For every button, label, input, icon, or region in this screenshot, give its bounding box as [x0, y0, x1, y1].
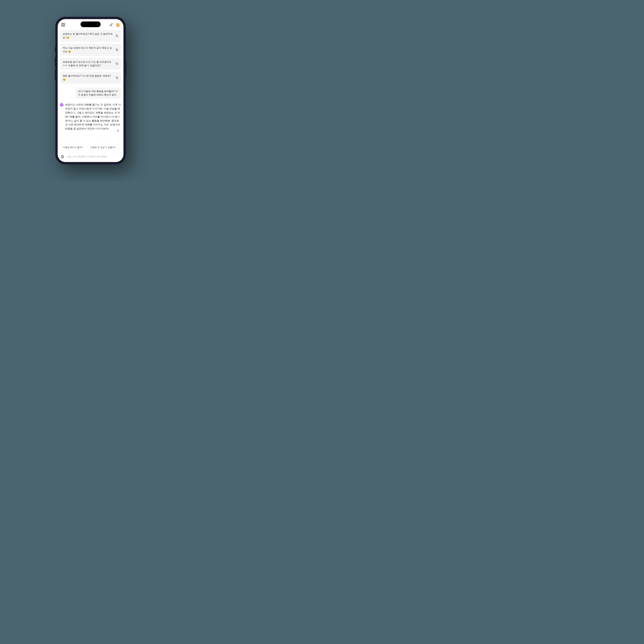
user-avatar[interactable]: 🧑‍🦲 [116, 23, 120, 27]
suggestion-text: 보영씨랑 같이 있으면 시간 가는 줄 모르겠어요 ㅎㅎ 다음에 또 언제 볼 … [63, 60, 114, 67]
attach-button[interactable] [60, 155, 64, 159]
app-screen: 🧑‍🦲 보영씨는 뭐 좋아하세요? 취미 같은 거 알려주세요! 😏 [58, 19, 123, 162]
copy-button[interactable] [115, 34, 118, 37]
copy-icon [115, 48, 118, 51]
arrow-down-icon [116, 129, 119, 132]
chat-scroll-area[interactable]: 보영씨는 뭐 좋아하세요? 취미 같은 거 알려주세요! 😏 저는 사실 보영씨… [58, 29, 123, 144]
user-message-row: 내가 다음에 어떤 행동을 해야할까? 아직 보영이 마음에 대해서 확신이 없… [60, 88, 121, 99]
copy-button[interactable] [115, 48, 118, 51]
svg-rect-3 [117, 49, 118, 51]
svg-rect-5 [117, 77, 118, 79]
quick-reply-chip[interactable]: 다음엔 뭐라고 할까? [60, 144, 86, 151]
assistant-badge-text: Sth to Say [60, 104, 63, 106]
assistant-message-row: Sth to Say 보영이도 너와의 대화를 즐기는 것 같은데, 너무 서두… [60, 103, 121, 131]
suggestion-card[interactable]: 보영씨는 뭐 좋아하세요? 취미 같은 거 알려주세요! 😏 [60, 30, 121, 42]
suggestion-card[interactable]: 영화 좋아하세요? 아니면 맛집 탐방은 어때요? 😄 [60, 72, 121, 84]
phone-frame: 🧑‍🦲 보영씨는 뭐 좋아하세요? 취미 같은 거 알려주세요! 😏 [55, 17, 126, 164]
suggestion-text: 저는 사실 보영씨 만나서 뭐든지 같이 해보고 싶어요 😄 [63, 46, 114, 53]
panel-icon [61, 23, 65, 27]
phone-side-button [126, 60, 126, 76]
edit-icon [109, 23, 113, 27]
quick-reply-row: 다음엔 뭐라고 할까? 다음에 또 만날 수 있을까? [58, 144, 123, 152]
copy-icon [115, 62, 118, 65]
svg-rect-4 [117, 63, 118, 65]
avatar-emoji: 🧑‍🦲 [116, 23, 120, 27]
message-input-bar: 너희 사이 궁금한 거 있어? 얘기해봐. [58, 152, 123, 162]
assistant-message: 보영이도 너와의 대화를 즐기는 것 같은데, 너무 서두르지 말고 자연스럽게… [65, 103, 121, 131]
compose-button[interactable] [109, 23, 113, 27]
assistant-avatar: Sth to Say [60, 103, 63, 106]
file-upload-icon [61, 155, 64, 158]
svg-rect-2 [117, 35, 118, 37]
suggestion-card[interactable]: 저는 사실 보영씨 만나서 뭐든지 같이 해보고 싶어요 😄 [60, 44, 121, 56]
svg-rect-0 [62, 23, 65, 26]
user-message: 내가 다음에 어떤 행동을 해야할까? 아직 보영이 마음에 대해서 확신이 없… [75, 88, 121, 99]
phone-side-button [55, 47, 55, 52]
copy-button[interactable] [115, 62, 118, 65]
suggestion-text: 영화 좋아하세요? 아니면 맛집 탐방은 어때요? 😄 [63, 74, 114, 81]
phone-notch [81, 21, 101, 27]
message-input[interactable]: 너희 사이 궁금한 거 있어? 얘기해봐. [66, 155, 121, 158]
phone-side-button [55, 57, 55, 67]
suggestion-text: 보영씨는 뭐 좋아하세요? 취미 같은 거 알려주세요! 😏 [63, 32, 114, 39]
copy-button[interactable] [115, 76, 118, 79]
scroll-to-bottom-button[interactable] [115, 128, 121, 133]
quick-reply-chip[interactable]: 다음에 또 만날 수 있을까? [87, 144, 118, 151]
phone-side-button [55, 70, 55, 80]
suggestion-card[interactable]: 보영씨랑 같이 있으면 시간 가는 줄 모르겠어요 ㅎㅎ 다음에 또 언제 볼 … [60, 58, 121, 70]
sidebar-toggle-button[interactable] [61, 23, 65, 27]
copy-icon [115, 34, 118, 37]
copy-icon [115, 76, 118, 79]
